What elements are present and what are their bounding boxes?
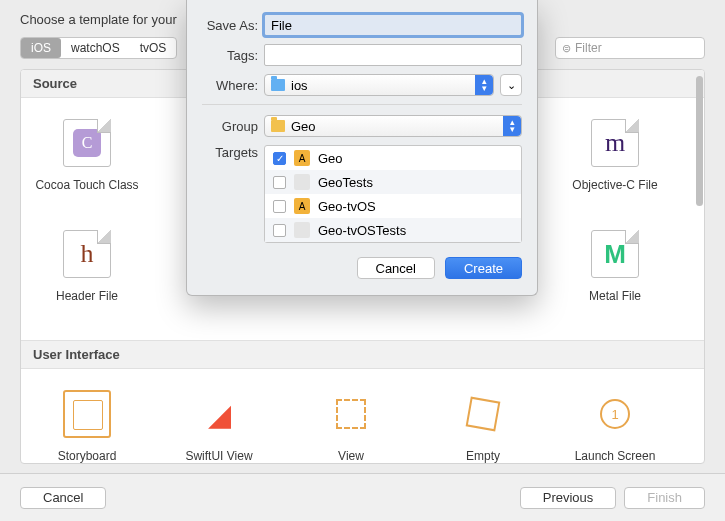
launch-icon: 1: [600, 399, 630, 429]
template-launch-screen[interactable]: 1 Launch Screen: [549, 379, 681, 464]
chevron-updown-icon: ▴▾: [503, 116, 521, 136]
target-label: GeoTests: [318, 175, 373, 190]
template-view[interactable]: View: [285, 379, 417, 464]
platform-watchos[interactable]: watchOS: [61, 38, 130, 58]
checkbox[interactable]: [273, 200, 286, 213]
target-label: Geo: [318, 151, 343, 166]
target-row[interactable]: GeoTests: [265, 170, 521, 194]
finish-button: Finish: [624, 487, 705, 509]
metal-icon: M: [591, 230, 639, 278]
expand-button[interactable]: ⌄: [500, 74, 522, 96]
m-icon: m: [591, 119, 639, 167]
section-ui-header: User Interface: [21, 340, 704, 369]
save-sheet: Save As: Tags: Where: ios ▴▾ ⌄ Group Geo…: [186, 0, 538, 296]
save-as-label: Save As:: [202, 18, 264, 33]
target-row[interactable]: Geo-tvOSTests: [265, 218, 521, 242]
chevron-updown-icon: ▴▾: [475, 75, 493, 95]
template-header-file[interactable]: h Header File: [21, 219, 153, 330]
footer: Cancel Previous Finish: [0, 473, 725, 521]
cocoa-icon: C: [63, 119, 111, 167]
target-label: Geo-tvOSTests: [318, 223, 406, 238]
view-icon: [336, 399, 366, 429]
chevron-down-icon: ⌄: [507, 79, 516, 92]
filter-icon: ⊜: [562, 42, 571, 55]
scrollbar[interactable]: [696, 76, 703, 206]
targets-label: Targets: [202, 145, 264, 160]
group-value: Geo: [291, 119, 316, 134]
app-icon: [294, 174, 310, 190]
filter-placeholder: Filter: [575, 41, 602, 55]
divider: [202, 104, 522, 105]
platform-ios[interactable]: iOS: [21, 38, 61, 58]
app-icon: A: [294, 198, 310, 214]
template-storyboard[interactable]: Storyboard: [21, 379, 153, 464]
h-icon: h: [63, 230, 111, 278]
template-label: Cocoa Touch Class: [21, 178, 153, 194]
folder-icon: [271, 120, 285, 132]
checkbox[interactable]: [273, 224, 286, 237]
empty-icon: [466, 397, 501, 432]
template-swiftui-view[interactable]: ◢ SwiftUI View: [153, 379, 285, 464]
template-empty[interactable]: Empty: [417, 379, 549, 464]
template-label: Metal File: [549, 289, 681, 305]
where-value: ios: [291, 78, 308, 93]
template-label: Objective-C File: [549, 178, 681, 194]
app-icon: [294, 222, 310, 238]
swift-icon: ◢: [208, 397, 231, 432]
template-label: Launch Screen: [549, 449, 681, 464]
storyboard-icon: [63, 390, 111, 438]
cancel-button[interactable]: Cancel: [20, 487, 106, 509]
template-label: SwiftUI View: [153, 449, 285, 464]
checkbox[interactable]: [273, 176, 286, 189]
checkbox[interactable]: ✓: [273, 152, 286, 165]
sheet-cancel-button[interactable]: Cancel: [357, 257, 435, 279]
where-popup[interactable]: ios ▴▾: [264, 74, 494, 96]
template-label: Header File: [21, 289, 153, 305]
group-label: Group: [202, 119, 264, 134]
template-objective-c-file[interactable]: m Objective-C File: [549, 108, 681, 219]
platform-tvos[interactable]: tvOS: [130, 38, 177, 58]
tags-input[interactable]: [264, 44, 522, 66]
target-label: Geo-tvOS: [318, 199, 376, 214]
tags-label: Tags:: [202, 48, 264, 63]
section-ui-grid: Storyboard ◢ SwiftUI View View Empty 1 L…: [21, 369, 704, 464]
template-cocoa-touch-class[interactable]: C Cocoa Touch Class: [21, 108, 153, 219]
previous-button[interactable]: Previous: [520, 487, 617, 509]
template-metal-file[interactable]: M Metal File: [549, 219, 681, 330]
where-label: Where:: [202, 78, 264, 93]
targets-list: ✓ A Geo GeoTests A Geo-tvOS Geo-tvOSTest…: [264, 145, 522, 243]
group-popup[interactable]: Geo ▴▾: [264, 115, 522, 137]
save-as-input[interactable]: [264, 14, 522, 36]
template-label: Storyboard: [21, 449, 153, 464]
template-label: Empty: [417, 449, 549, 464]
target-row[interactable]: ✓ A Geo: [265, 146, 521, 170]
platform-segmented[interactable]: iOS watchOS tvOS: [20, 37, 177, 59]
template-label: View: [285, 449, 417, 464]
filter-field[interactable]: ⊜ Filter: [555, 37, 705, 59]
target-row[interactable]: A Geo-tvOS: [265, 194, 521, 218]
app-icon: A: [294, 150, 310, 166]
sheet-create-button[interactable]: Create: [445, 257, 522, 279]
folder-icon: [271, 79, 285, 91]
